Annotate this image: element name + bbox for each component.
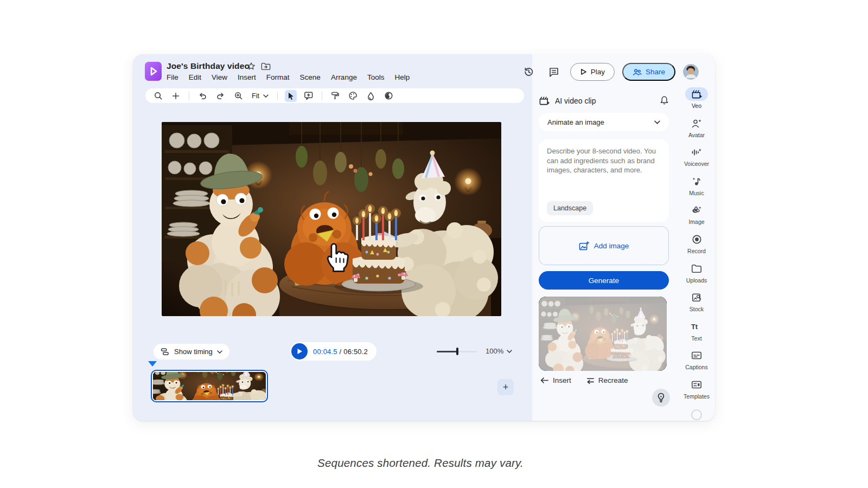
zoom-fit-select[interactable]: Fit bbox=[250, 92, 270, 100]
menu-view[interactable]: View bbox=[212, 73, 227, 81]
notifications-bell-icon[interactable] bbox=[660, 94, 669, 107]
fill-droplet-icon[interactable] bbox=[365, 90, 377, 102]
menu-help[interactable]: Help bbox=[394, 73, 410, 81]
video-canvas[interactable] bbox=[162, 122, 501, 316]
clip-thumbnail bbox=[153, 372, 266, 400]
timeline-clip[interactable] bbox=[151, 370, 268, 402]
sidebar-label: Text bbox=[691, 335, 701, 342]
menu-tools[interactable]: Tools bbox=[367, 73, 385, 81]
ai-clip-icon bbox=[539, 95, 550, 106]
mode-dropdown[interactable]: Animate an image bbox=[539, 113, 669, 131]
version-history-icon[interactable] bbox=[520, 63, 538, 81]
chevron-down-icon bbox=[263, 94, 269, 98]
generate-button[interactable]: Generate bbox=[539, 271, 669, 290]
slider-track-empty bbox=[457, 351, 477, 352]
document-title[interactable]: Joe's Birthday video bbox=[167, 61, 250, 71]
add-comment-icon[interactable] bbox=[303, 90, 315, 102]
paint-format-icon[interactable] bbox=[329, 90, 341, 102]
insert-label: Insert bbox=[553, 376, 571, 384]
captions-icon bbox=[685, 349, 708, 362]
recreate-label: Recreate bbox=[598, 376, 628, 384]
playback-time: 00:04.5 / 06:50.2 bbox=[290, 342, 376, 361]
generated-result-thumbnail[interactable] bbox=[539, 297, 667, 371]
prompt-container: Landscape bbox=[539, 139, 669, 222]
toolbar: Fit bbox=[145, 88, 524, 103]
user-avatar[interactable] bbox=[683, 64, 699, 80]
recreate-icon bbox=[585, 376, 595, 384]
image-tool-icon bbox=[685, 203, 708, 217]
sidebar-item-templates[interactable]: Templates bbox=[680, 378, 713, 407]
menu-arrange[interactable]: Arrange bbox=[331, 73, 357, 81]
add-image-dropzone[interactable]: Add image bbox=[539, 226, 669, 265]
toolbar-divider bbox=[189, 92, 189, 100]
timeline-zoom-slider[interactable] bbox=[437, 348, 477, 355]
sidebar-item-avatar[interactable]: Avatar bbox=[680, 117, 713, 146]
select-tool-icon[interactable] bbox=[285, 90, 297, 102]
avatar-tool-icon bbox=[685, 117, 708, 130]
zoom-level-dropdown[interactable]: 100% bbox=[486, 347, 512, 355]
stock-media-icon bbox=[685, 291, 708, 304]
sidebar-label: Voiceover bbox=[684, 160, 709, 167]
sidebar-item-captions[interactable]: Captions bbox=[680, 349, 713, 378]
palette-icon[interactable] bbox=[347, 90, 359, 102]
menu-format[interactable]: Format bbox=[266, 73, 290, 81]
sidebar-item-voiceover[interactable]: Voiceover bbox=[680, 145, 713, 175]
menu-insert[interactable]: Insert bbox=[238, 73, 256, 81]
menu-file[interactable]: File bbox=[167, 73, 178, 81]
sidebar-item-uploads[interactable]: Uploads bbox=[680, 262, 713, 291]
insert-button[interactable]: Insert bbox=[540, 376, 571, 384]
playhead-marker[interactable] bbox=[148, 361, 157, 367]
move-folder-icon[interactable] bbox=[261, 62, 271, 73]
video-frame bbox=[162, 122, 501, 316]
ai-video-panel: AI video clip Animate an image Landscape… bbox=[539, 54, 669, 421]
sidebar-item-text[interactable]: Tt Text bbox=[680, 320, 713, 349]
add-icon[interactable] bbox=[170, 90, 182, 102]
panel-title: AI video clip bbox=[555, 97, 596, 105]
tools-sidebar: Veo Avatar Voiceover Music Image Record bbox=[680, 87, 713, 420]
sidebar-item-partial bbox=[691, 409, 702, 420]
sidebar-label: Uploads bbox=[686, 277, 707, 284]
aspect-ratio-chip[interactable]: Landscape bbox=[547, 201, 593, 215]
time-total: 06:50.2 bbox=[343, 348, 368, 356]
disclaimer-caption: Sequences shortened. Results may vary. bbox=[133, 457, 708, 470]
redo-icon[interactable] bbox=[214, 90, 226, 102]
chevron-down-icon bbox=[217, 350, 222, 354]
sidebar-item-veo[interactable]: Veo bbox=[680, 87, 713, 117]
transparency-icon[interactable] bbox=[383, 90, 395, 102]
sidebar-item-image[interactable]: Image bbox=[680, 203, 713, 233]
text-icon-glyph: Tt bbox=[691, 323, 698, 331]
veo-icon bbox=[685, 87, 708, 101]
sidebar-label: Avatar bbox=[688, 132, 705, 138]
templates-icon bbox=[685, 378, 708, 391]
zoom-in-icon[interactable] bbox=[232, 90, 244, 102]
star-icon[interactable] bbox=[247, 62, 256, 73]
prompt-input[interactable] bbox=[547, 146, 661, 196]
chevron-down-icon bbox=[507, 350, 512, 353]
tips-lightbulb-button[interactable] bbox=[652, 389, 670, 407]
sidebar-label: Music bbox=[689, 190, 704, 196]
sidebar-label: Templates bbox=[684, 393, 710, 400]
timing-rows-icon bbox=[161, 348, 170, 356]
recreate-button[interactable]: Recreate bbox=[585, 376, 628, 384]
menu-scene[interactable]: Scene bbox=[300, 73, 321, 81]
sidebar-item-record[interactable]: Record bbox=[680, 233, 713, 262]
toolbar-divider bbox=[322, 92, 322, 100]
undo-icon[interactable] bbox=[196, 90, 208, 102]
show-timing-dropdown[interactable]: Show timing bbox=[154, 344, 229, 359]
toolbar-divider bbox=[277, 92, 278, 100]
uploads-folder-icon bbox=[685, 262, 708, 275]
sidebar-item-music[interactable]: Music bbox=[680, 175, 713, 204]
lightbulb-icon bbox=[657, 393, 665, 403]
arrow-left-icon bbox=[540, 376, 549, 384]
menu-edit[interactable]: Edit bbox=[189, 73, 201, 81]
search-icon[interactable] bbox=[152, 90, 164, 102]
add-scene-button[interactable]: + bbox=[497, 379, 514, 395]
slider-handle[interactable] bbox=[456, 348, 458, 355]
sidebar-label: Veo bbox=[692, 102, 701, 109]
add-scene-plus: + bbox=[503, 382, 509, 393]
sidebar-item-stock[interactable]: Stock bbox=[680, 291, 713, 320]
chevron-down-icon bbox=[654, 120, 660, 124]
vids-logo[interactable] bbox=[145, 62, 162, 81]
zoom-fit-label: Fit bbox=[252, 92, 259, 100]
timeline-play-button[interactable] bbox=[291, 343, 308, 359]
